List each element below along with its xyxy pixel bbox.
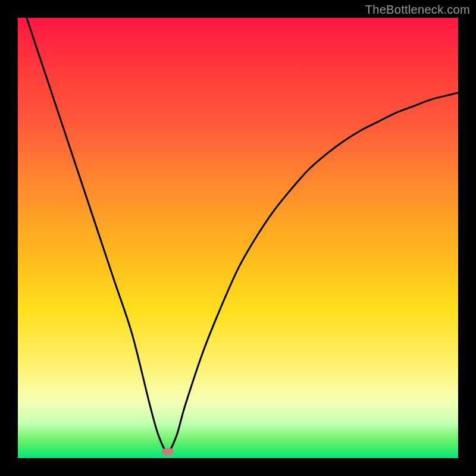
minimum-marker bbox=[162, 448, 174, 455]
watermark-text: TheBottleneck.com bbox=[365, 3, 470, 17]
plot-area bbox=[18, 18, 458, 458]
chart-frame: TheBottleneck.com bbox=[0, 0, 476, 476]
bottleneck-curve bbox=[18, 18, 458, 458]
